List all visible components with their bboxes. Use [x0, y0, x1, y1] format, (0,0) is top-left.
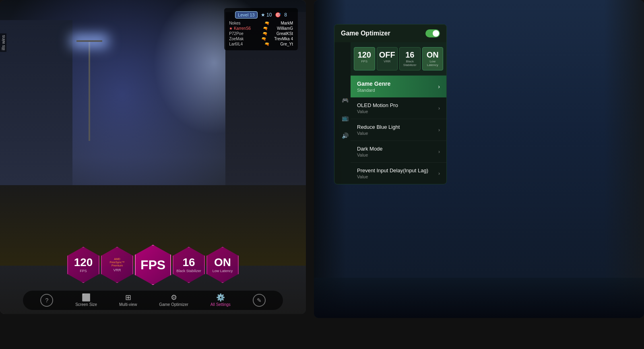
- player4-score: TrevMka 4: [274, 37, 293, 41]
- display-icon-btn[interactable]: 📺: [339, 112, 351, 124]
- help-button[interactable]: ?: [40, 294, 53, 307]
- low-latency-label: Low Latency: [213, 269, 233, 273]
- fps-main-stat: FPS: [135, 245, 171, 285]
- edit-icon: ✎: [257, 297, 262, 304]
- game-genre-label: Game Genre: [357, 81, 390, 87]
- qs-low-latency: ON Low Latency: [422, 47, 444, 70]
- oled-motion-text-group: OLED Motion Pro Value: [357, 102, 398, 114]
- reduce-blue-light-chevron: ›: [438, 127, 440, 133]
- player3-name: P72Poe: [229, 31, 253, 36]
- qs-vrr: OFF VRR: [377, 47, 398, 70]
- oled-motion-menu-item[interactable]: OLED Motion Pro Value ›: [351, 97, 446, 119]
- scoreboard: Level 13 ★ 10 🎯 8 Nokes 🔫 MarkM ★ Karren…: [224, 8, 298, 50]
- score-row-2: ★ KarrenS6 🔫 WilliamG: [229, 26, 293, 31]
- score-row-4: ZoeMak 🔫 TrevMka 4: [229, 37, 293, 41]
- player2-score: WilliamG: [277, 26, 293, 31]
- input-lag-sub: Value: [357, 174, 428, 179]
- input-lag-chevron: ›: [438, 171, 440, 176]
- game-hud: 120 FPS AMDFreeSync™Premium VRR FPS 16 B…: [15, 245, 291, 290]
- black-stabilizer-stat: 16 Black Stabilizer: [173, 247, 205, 283]
- score-count: 8: [284, 12, 287, 18]
- optimizer-panel: Game Optimizer 🎮 📺 🔊: [334, 24, 447, 184]
- optimizer-icon: ⚙: [171, 294, 177, 301]
- player1-name: Nokes: [229, 21, 253, 25]
- player1-score: MarkM: [281, 21, 293, 25]
- qs-bs-label: Black Stabilizer: [401, 60, 419, 67]
- qs-fps-value: 120: [356, 51, 373, 59]
- stars-count: ★ 10: [261, 12, 272, 18]
- score-row-1: Nokes 🔫 MarkM: [229, 21, 293, 25]
- panel-body: 🎮 📺 🔊 120 FPS OFF: [334, 42, 446, 184]
- game-background-right: Game Optimizer 🎮 📺 🔊: [314, 0, 644, 318]
- input-lag-label: Prevent Input Delay(Input Lag): [357, 167, 428, 173]
- floor-area: [314, 278, 644, 318]
- player3-score: GreatKSt: [277, 31, 293, 36]
- reduce-blue-light-sub: Value: [357, 131, 400, 136]
- qs-black-stab: 16 Black Stabilizer: [399, 47, 421, 70]
- fps-label: FPS: [80, 269, 87, 273]
- panel-content: 120 FPS OFF VRR 16 Black Stabilizer: [351, 42, 446, 184]
- screens-container: ills wins Level 13 ★ 10 🎯 8 Nokes 🔫 Mark…: [0, 0, 644, 349]
- optimizer-toggle[interactable]: [425, 29, 440, 37]
- help-icon: ?: [45, 297, 48, 304]
- screen-size-button[interactable]: ⬜ Screen Size: [75, 294, 97, 307]
- qs-ll-value: ON: [424, 51, 442, 59]
- player5-name: Lar6IL4: [229, 42, 253, 46]
- multiview-label: Multi-view: [119, 302, 137, 307]
- target-icon: 🎯: [275, 12, 281, 18]
- low-latency-value: ON: [214, 257, 231, 268]
- level-badge: Level 13: [235, 11, 258, 19]
- reduce-blue-light-text-group: Reduce Blue Light Value: [357, 124, 400, 136]
- optimizer-label: Game Optimizer: [159, 302, 188, 307]
- game-genre-menu-item[interactable]: Game Genre Standard ›: [351, 76, 446, 97]
- all-settings-icon: ⚙️: [216, 294, 225, 301]
- fps-main-label: FPS: [140, 258, 165, 273]
- dark-mode-sub: Value: [357, 153, 383, 157]
- game-optimizer-button[interactable]: ⚙ Game Optimizer: [159, 294, 188, 307]
- oled-motion-sub: Value: [357, 109, 398, 114]
- black-stab-value: 16: [182, 257, 195, 268]
- input-lag-text-group: Prevent Input Delay(Input Lag) Value: [357, 167, 428, 179]
- qs-ll-label: Low Latency: [424, 60, 442, 67]
- screen-size-label: Screen Size: [75, 302, 97, 307]
- quick-stats-row: 120 FPS OFF VRR 16 Black Stabilizer: [351, 42, 446, 76]
- all-settings-button[interactable]: ⚙️ All Settings: [211, 294, 231, 307]
- side-icons: 🎮 📺 🔊: [339, 95, 351, 141]
- oled-motion-chevron: ›: [438, 105, 440, 111]
- dark-mode-text-group: Dark Mode Value: [357, 146, 383, 157]
- edit-button[interactable]: ✎: [253, 294, 266, 307]
- left-screen: ills wins Level 13 ★ 10 🎯 8 Nokes 🔫 Mark…: [0, 0, 306, 314]
- player4-name: ZoeMak: [229, 37, 253, 41]
- multiview-button[interactable]: ⊞ Multi-view: [119, 294, 137, 307]
- player2-name: ★ KarrenS6: [229, 26, 253, 31]
- screen-size-icon: ⬜: [82, 294, 91, 301]
- dark-mode-chevron: ›: [438, 149, 440, 155]
- player5-score: Gre_Yt: [280, 42, 293, 46]
- fps-stat: 120 FPS: [67, 247, 99, 283]
- sound-icon-btn[interactable]: 🔊: [339, 130, 351, 141]
- cliff-right: [604, 0, 644, 318]
- qs-bs-value: 16: [401, 51, 419, 59]
- oled-motion-label: OLED Motion Pro: [357, 102, 398, 108]
- dark-mode-menu-item[interactable]: Dark Mode Value ›: [351, 141, 446, 163]
- dark-mode-label: Dark Mode: [357, 146, 383, 152]
- qs-vrr-value: OFF: [379, 51, 396, 59]
- scoreboard-header: Level 13 ★ 10 🎯 8: [229, 11, 293, 19]
- stats-row: 120 FPS AMDFreeSync™Premium VRR FPS 16 B…: [15, 245, 291, 285]
- lamp-post: [89, 40, 90, 141]
- game-genre-text-group: Game Genre Standard: [357, 81, 390, 93]
- multiview-icon: ⊞: [125, 294, 131, 301]
- bottom-toolbar: ? ⬜ Screen Size ⊞ Multi-view ⚙ Game Opti…: [23, 291, 283, 310]
- vrr-stat: AMDFreeSync™Premium VRR: [101, 247, 133, 283]
- freesync-badge: AMDFreeSync™Premium: [110, 258, 125, 267]
- qs-fps: 120 FPS: [354, 47, 375, 70]
- gamepad-icon-btn[interactable]: 🎮: [339, 95, 351, 106]
- vrr-label: VRR: [113, 268, 121, 272]
- optimizer-title: Game Optimizer: [341, 30, 390, 37]
- input-lag-menu-item[interactable]: Prevent Input Delay(Input Lag) Value ›: [351, 163, 446, 184]
- reduce-blue-light-menu-item[interactable]: Reduce Blue Light Value ›: [351, 119, 446, 141]
- reduce-blue-light-label: Reduce Blue Light: [357, 124, 400, 130]
- score-row-5: Lar6IL4 🔫 Gre_Yt: [229, 42, 293, 46]
- qs-fps-label: FPS: [356, 60, 373, 63]
- kills-wins-text: ills wins: [0, 33, 6, 52]
